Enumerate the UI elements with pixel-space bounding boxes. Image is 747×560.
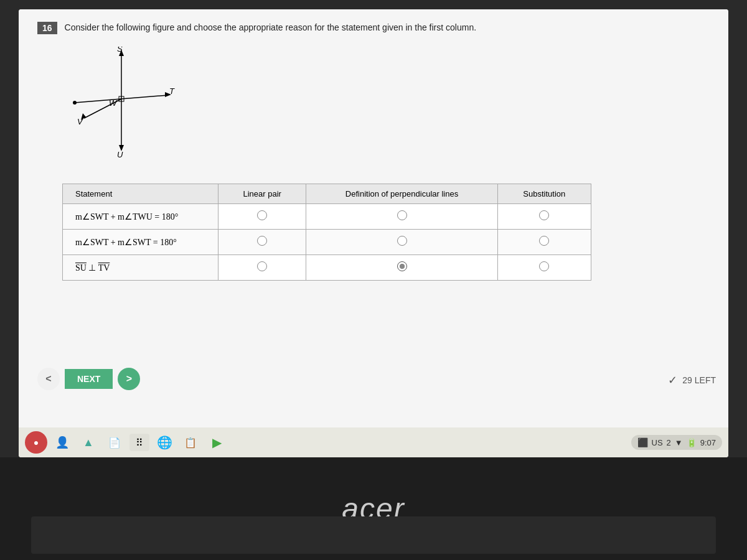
- nav-area: < NEXT >: [37, 368, 140, 390]
- radio-cell-1-perp[interactable]: [306, 204, 497, 230]
- check-area: ✓ 29 LEFT: [668, 373, 716, 387]
- taskbar-right: ⬛ US 2 ▼ 🔋 9:07: [631, 435, 722, 450]
- col-header-linear-pair: Linear pair: [218, 184, 306, 204]
- radio-cell-2-sub[interactable]: [497, 230, 591, 255]
- next-arrow-button[interactable]: >: [118, 368, 140, 390]
- radio-2-perp[interactable]: [397, 236, 407, 246]
- taskbar-icon-chrome[interactable]: 🌐: [153, 431, 176, 454]
- radio-cell-2-perp[interactable]: [306, 230, 497, 255]
- statement-cell-1: m∠SWT + m∠TWU = 180°: [63, 204, 218, 230]
- check-icon: ✓: [668, 373, 677, 387]
- question-header: 16 Consider the following figure and cho…: [37, 22, 710, 34]
- taskbar-icon-files[interactable]: 📄: [103, 431, 126, 454]
- geometry-figure: S T W V U: [62, 47, 187, 159]
- question-text: Consider the following figure and choose…: [65, 22, 477, 34]
- statement-cell-2: m∠SWT + m∠SWT = 180°: [63, 230, 218, 255]
- next-button[interactable]: NEXT: [65, 369, 113, 389]
- radio-3-perp[interactable]: [397, 261, 407, 271]
- content-area: 16 Consider the following figure and cho…: [19, 9, 728, 427]
- battery-icon: 🔋: [687, 438, 697, 447]
- question-number: 16: [37, 22, 57, 34]
- reason-table: Statement Linear pair Definition of perp…: [62, 184, 591, 281]
- clock: 9:07: [700, 438, 716, 447]
- table-row: m∠SWT + m∠TWU = 180°: [63, 204, 591, 230]
- figure-area: S T W V U: [62, 47, 199, 171]
- radio-1-perp[interactable]: [397, 210, 407, 220]
- prev-button[interactable]: <: [37, 368, 60, 390]
- label-v: V: [77, 117, 83, 126]
- table-row: SU ⊥ TV: [63, 255, 591, 281]
- laptop-bottom: acer: [0, 457, 747, 560]
- statement-cell-3: SU ⊥ TV: [63, 255, 218, 281]
- col-header-statement: Statement: [63, 184, 218, 204]
- taskbar-icon-docs[interactable]: 📋: [179, 431, 202, 454]
- col-header-perpendicular: Definition of perpendicular lines: [306, 184, 497, 204]
- wifi-icon: ▼: [675, 438, 683, 447]
- radio-cell-1-linear[interactable]: [218, 204, 306, 230]
- radio-3-linear[interactable]: [257, 261, 267, 271]
- table-row: m∠SWT + m∠SWT = 180°: [63, 230, 591, 255]
- left-count: 29 LEFT: [682, 375, 716, 385]
- label-t: T: [169, 86, 175, 96]
- language-indicator: US: [652, 438, 663, 447]
- taskbar-icon-apps[interactable]: ⠿: [129, 434, 149, 451]
- radio-2-sub[interactable]: [539, 236, 549, 246]
- radio-cell-3-linear[interactable]: [218, 255, 306, 281]
- screen: 16 Consider the following figure and cho…: [19, 9, 728, 457]
- laptop-outer: 16 Consider the following figure and cho…: [0, 0, 747, 560]
- taskbar-icon-play[interactable]: ▶: [205, 431, 228, 454]
- col-header-substitution: Substitution: [497, 184, 591, 204]
- radio-cell-3-sub[interactable]: [497, 255, 591, 281]
- taskbar-icon-people[interactable]: 👤: [51, 431, 73, 454]
- radio-cell-1-sub[interactable]: [497, 204, 591, 230]
- taskbar: ● 👤 ▲ 📄 ⠿ 🌐 📋 ▶ ⬛ US 2 ▼ 🔋 9:07: [19, 427, 728, 457]
- radio-cell-2-linear[interactable]: [218, 230, 306, 255]
- radio-cell-3-perp[interactable]: [306, 255, 497, 281]
- system-tray[interactable]: ⬛ US 2 ▼ 🔋 9:07: [631, 435, 722, 450]
- radio-2-linear[interactable]: [257, 236, 267, 246]
- radio-1-sub[interactable]: [539, 210, 549, 220]
- label-w: W: [109, 98, 118, 108]
- screen-tray-icon: ⬛: [637, 437, 648, 447]
- radio-3-sub[interactable]: [539, 261, 549, 271]
- user-count: 2: [667, 438, 671, 447]
- svg-point-5: [73, 101, 77, 105]
- radio-1-linear[interactable]: [257, 210, 267, 220]
- label-s: S: [117, 47, 123, 54]
- keyboard-area: [31, 516, 716, 554]
- label-u: U: [117, 150, 123, 159]
- taskbar-icon-triangle[interactable]: ▲: [77, 431, 100, 454]
- taskbar-icon-launcher[interactable]: ●: [25, 431, 47, 454]
